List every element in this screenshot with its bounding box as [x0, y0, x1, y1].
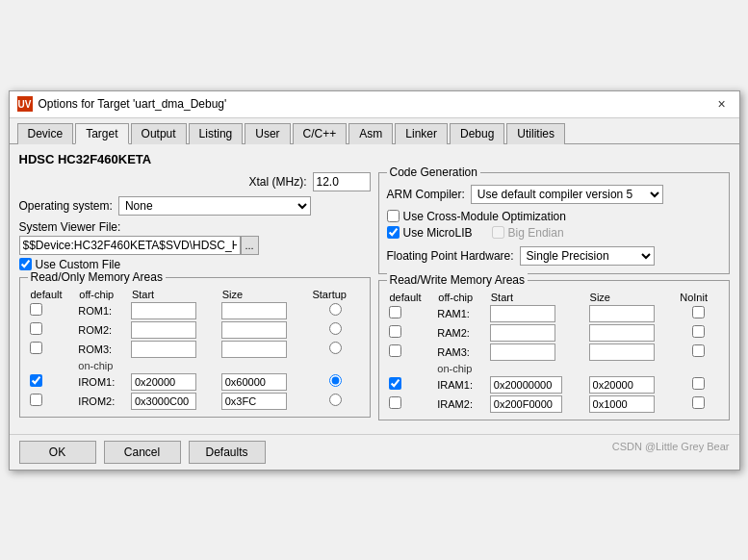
right-section: Code Generation ARM Compiler: Use defaul… — [378, 172, 730, 426]
svf-label: System Viewer File: — [19, 220, 121, 234]
iram2-size-input[interactable] — [589, 395, 655, 413]
watermark-text: CSDN @Little Grey Bear — [612, 441, 730, 464]
ram1-label: RAM1: — [437, 308, 470, 319]
ram3-default-checkbox[interactable] — [389, 344, 401, 357]
ram1-start-input[interactable] — [490, 305, 555, 322]
rw-col-default: default — [387, 291, 436, 304]
rom1-size-input[interactable] — [221, 302, 287, 319]
rom2-startup-radio[interactable] — [329, 322, 342, 335]
close-button[interactable]: × — [712, 94, 732, 114]
tab-linker[interactable]: Linker — [395, 123, 448, 144]
irom2-start-input[interactable] — [131, 393, 196, 410]
tab-asm[interactable]: Asm — [348, 123, 393, 144]
ram2-size-input[interactable] — [589, 324, 655, 342]
tab-output[interactable]: Output — [131, 123, 187, 144]
cross-module-label: Use Cross-Module Optimization — [403, 210, 566, 223]
rom1-start-input[interactable] — [131, 302, 196, 319]
read-write-memory-table: default off-chip Start Size NoInit — [387, 291, 721, 414]
ok-button[interactable]: OK — [19, 441, 96, 464]
tab-utilities[interactable]: Utilities — [506, 123, 565, 144]
irom2-startup-radio[interactable] — [329, 394, 342, 406]
cross-module-checkbox[interactable] — [387, 210, 400, 222]
iram2-default-checkbox[interactable] — [389, 396, 401, 409]
rw-on-chip-label: on-chip — [435, 362, 487, 375]
cancel-button[interactable]: Cancel — [104, 441, 181, 464]
rom3-start-input[interactable] — [131, 341, 196, 358]
col-start: Start — [129, 288, 219, 301]
arm-compiler-select[interactable]: Use default compiler version 5 — [471, 185, 663, 204]
rom2-label: ROM2: — [78, 324, 112, 336]
ram3-start-input[interactable] — [490, 344, 555, 361]
rom3-startup-radio[interactable] — [329, 342, 342, 354]
big-endian-checkbox[interactable] — [492, 226, 504, 239]
fp-hardware-select[interactable]: Single Precision Double Precision Not Us… — [520, 246, 655, 266]
code-generation-title: Code Generation — [387, 165, 480, 179]
tab-debug[interactable]: Debug — [450, 123, 504, 144]
table-row: RAM2: — [387, 323, 721, 343]
defaults-button[interactable]: Defaults — [189, 441, 266, 464]
irom2-default-checkbox[interactable] — [30, 394, 42, 406]
ram2-start-input[interactable] — [490, 324, 555, 342]
fp-hardware-label: Floating Point Hardware: — [387, 249, 514, 263]
ram3-size-input[interactable] — [589, 344, 655, 361]
rom3-default-checkbox[interactable] — [30, 342, 42, 354]
ram2-default-checkbox[interactable] — [389, 325, 401, 338]
iram1-label: IRAM1: — [437, 379, 473, 391]
irom1-default-checkbox[interactable] — [30, 374, 42, 387]
svf-row: ... — [19, 236, 371, 255]
table-row: ROM1: — [28, 301, 362, 320]
table-row: RAM1: — [387, 304, 721, 323]
table-row: ROM3: — [28, 340, 362, 359]
tab-listing[interactable]: Listing — [189, 123, 244, 144]
use-custom-file-checkbox[interactable] — [19, 258, 32, 270]
big-endian-label: Big Endian — [508, 226, 564, 240]
svf-input[interactable] — [19, 236, 241, 255]
irom2-label: IROM2: — [78, 395, 115, 407]
code-generation-group: Code Generation ARM Compiler: Use defaul… — [378, 172, 730, 274]
title-bar: UV Options for Target 'uart_dma_Debug' × — [10, 91, 739, 118]
ram1-noinit-checkbox[interactable] — [692, 306, 705, 318]
tab-device[interactable]: Device — [17, 123, 74, 144]
irom1-start-input[interactable] — [131, 373, 196, 391]
iram2-start-input[interactable] — [490, 395, 562, 413]
left-section: Xtal (MHz): Operating system: None Syste… — [19, 172, 371, 426]
iram1-default-checkbox[interactable] — [389, 377, 401, 390]
os-select[interactable]: None — [118, 196, 311, 216]
irom2-size-input[interactable] — [221, 393, 287, 410]
ram1-size-input[interactable] — [589, 305, 655, 322]
irom1-startup-radio[interactable] — [329, 374, 342, 387]
iram2-noinit-checkbox[interactable] — [692, 396, 705, 409]
table-row: RAM3: — [387, 343, 721, 362]
iram1-size-input[interactable] — [589, 376, 655, 394]
custom-file-row: Use Custom File — [19, 258, 371, 271]
rom1-default-checkbox[interactable] — [30, 303, 42, 316]
irom1-size-input[interactable] — [221, 373, 287, 391]
tab-target[interactable]: Target — [75, 123, 128, 144]
iram1-start-input[interactable] — [490, 376, 562, 394]
tab-user[interactable]: User — [245, 123, 290, 144]
iram1-noinit-checkbox[interactable] — [692, 377, 705, 390]
rom2-start-input[interactable] — [131, 321, 196, 339]
fp-hardware-row: Floating Point Hardware: Single Precisio… — [387, 246, 721, 266]
app-icon: UV — [17, 96, 33, 112]
iram2-label: IRAM2: — [437, 398, 473, 410]
table-row: on-chip — [387, 362, 721, 375]
rw-col-start: Start — [488, 291, 587, 304]
read-write-memory-title: Read/Write Memory Areas — [387, 273, 529, 287]
read-write-memory-content: default off-chip Start Size NoInit — [387, 291, 721, 414]
svf-browse-button[interactable]: ... — [241, 236, 259, 255]
ram3-noinit-checkbox[interactable] — [692, 344, 705, 357]
ram1-default-checkbox[interactable] — [389, 306, 401, 318]
table-row: IRAM2: — [387, 395, 721, 414]
rom2-size-input[interactable] — [221, 321, 287, 339]
rom1-startup-radio[interactable] — [329, 303, 342, 316]
rw-col-size: Size — [587, 291, 678, 304]
microlib-label: Use MicroLIB — [403, 226, 473, 240]
ram2-noinit-checkbox[interactable] — [692, 325, 705, 338]
rom3-size-input[interactable] — [221, 341, 287, 358]
xtal-input[interactable] — [313, 172, 371, 191]
rom2-default-checkbox[interactable] — [30, 322, 42, 335]
microlib-checkbox[interactable] — [387, 226, 400, 239]
tab-cpp[interactable]: C/C++ — [293, 123, 348, 144]
ram2-label: RAM2: — [437, 327, 470, 339]
